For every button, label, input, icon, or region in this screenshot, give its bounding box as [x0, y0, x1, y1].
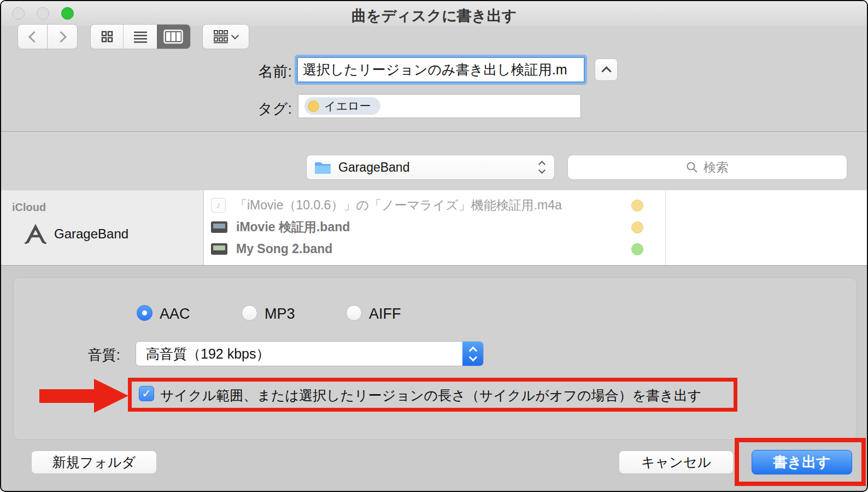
group-icon: [214, 30, 228, 43]
radio-mp3-label: MP3: [265, 306, 295, 323]
folder-select-value: GarageBand: [338, 160, 539, 175]
radio-aac-label: AAC: [160, 306, 190, 323]
file-name: 「iMovie（10.0.6）」の「ノーマライズ」機能検証用.m4a: [234, 197, 631, 214]
file-browser: iCloud GarageBand ♪ 「iMovie（10.0.6）」の「ノー…: [1, 190, 867, 266]
quality-select-value: 高音質（192 kbps）: [136, 345, 462, 363]
search-placeholder: 検索: [703, 159, 729, 176]
radio-aac[interactable]: [137, 305, 153, 321]
cycle-range-checkbox-label: サイクル範囲、または選択したリージョンの長さ（サイクルがオフの場合）を書き出す: [160, 386, 701, 405]
file-row[interactable]: ♪ 「iMovie（10.0.6）」の「ノーマライズ」機能検証用.m4a: [204, 195, 665, 216]
chevron-up-icon: [601, 66, 611, 76]
tags-label: タグ:: [242, 99, 292, 119]
sidebar-item-label: GarageBand: [54, 226, 128, 242]
audio-file-icon: ♪: [211, 198, 226, 213]
column-divider: [665, 190, 666, 265]
up-down-chevrons-icon: [462, 342, 483, 366]
icon-view-button[interactable]: [91, 25, 124, 49]
export-dialog: 曲をディスクに書き出す 名前: タグ: イエロー: [0, 0, 868, 492]
file-row[interactable]: My Song 2.band: [204, 238, 665, 260]
garageband-doc-icon: [211, 243, 227, 255]
tags-input[interactable]: イエロー: [298, 94, 581, 118]
annotation-arrow: [39, 389, 95, 403]
screenshot: 曲をディスクに書き出す 名前: タグ: イエロー: [0, 0, 868, 492]
yellow-tag-dot-icon: [631, 200, 643, 212]
radio-mp3[interactable]: [242, 305, 257, 321]
group-by-button[interactable]: [202, 24, 249, 49]
new-folder-button[interactable]: 新規フォルダ: [31, 450, 157, 474]
yellow-tag-dot-icon: [631, 221, 643, 233]
annotation-arrow-head: [94, 379, 128, 413]
name-label: 名前:: [242, 62, 292, 81]
tag-token-yellow[interactable]: イエロー: [304, 97, 380, 115]
list-view-button[interactable]: [124, 25, 156, 49]
green-tag-dot-icon: [631, 243, 643, 255]
file-row[interactable]: iMovie 検証用.band: [204, 216, 665, 238]
cancel-button[interactable]: キャンセル: [619, 450, 734, 474]
quality-label: 音質:: [71, 345, 120, 365]
yellow-tag-dot-icon: [308, 101, 319, 112]
title-bar: 曲をディスクに書き出す: [1, 1, 867, 26]
garageband-app-icon: [24, 224, 47, 244]
chevron-left-icon: [28, 31, 39, 42]
forward-button[interactable]: [47, 24, 78, 49]
column-view-icon: [163, 30, 183, 44]
sidebar-section-icloud: iCloud: [12, 201, 46, 214]
dialog-title: 曲をディスクに書き出す: [1, 6, 867, 26]
radio-aiff[interactable]: [346, 305, 362, 321]
grid-view-icon: [101, 30, 114, 43]
list-view-icon: [133, 30, 148, 43]
file-name: iMovie 検証用.band: [236, 219, 631, 236]
filename-input[interactable]: [297, 57, 585, 83]
view-switcher: [90, 24, 191, 49]
chevron-right-icon: [55, 31, 67, 42]
chevron-down-icon: [231, 32, 239, 39]
radio-aiff-label: AIFF: [369, 306, 401, 323]
sidebar-item-garageband[interactable]: GarageBand: [24, 224, 128, 244]
file-column: ♪ 「iMovie（10.0.6）」の「ノーマライズ」機能検証用.m4a iMo…: [204, 190, 665, 265]
back-button[interactable]: [17, 24, 48, 49]
expand-dialog-button[interactable]: [595, 58, 618, 81]
search-input[interactable]: 検索: [567, 155, 847, 180]
export-button[interactable]: 書き出す: [752, 450, 852, 475]
up-down-chevrons-icon: [539, 162, 544, 173]
folder-select[interactable]: GarageBand: [306, 155, 555, 180]
sidebar: iCloud GarageBand: [1, 190, 204, 265]
quality-select[interactable]: 高音質（192 kbps）: [136, 341, 484, 366]
tag-token-label: イエロー: [324, 98, 371, 114]
column-view-button-selected[interactable]: [157, 25, 190, 49]
cycle-range-checkbox[interactable]: ✓: [139, 386, 154, 401]
folder-icon: [314, 161, 331, 174]
search-icon: [686, 161, 698, 173]
garageband-doc-icon: [211, 221, 227, 233]
file-name: My Song 2.band: [236, 242, 631, 256]
